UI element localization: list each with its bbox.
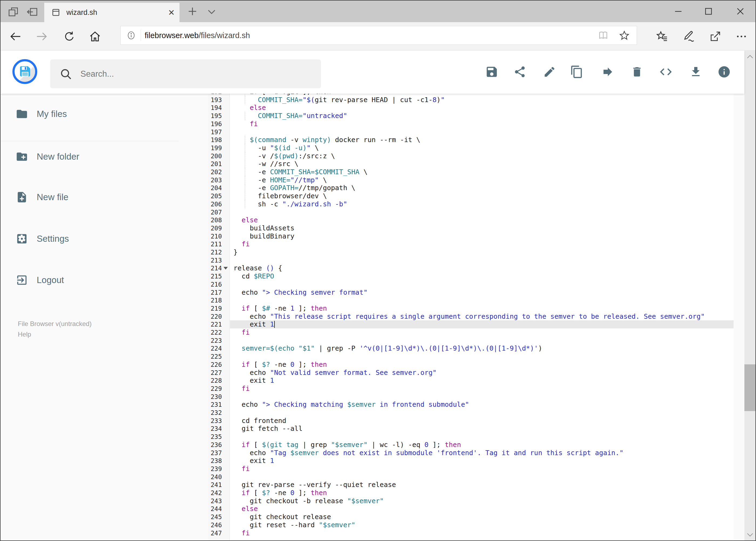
code-editor[interactable]: 192 if [ -d .git ]; then193 COMMIT_SHA="… xyxy=(208,94,734,541)
code-line-231[interactable]: 231 echo "> Checking matching $semver in… xyxy=(208,400,734,409)
favorite-star-icon[interactable] xyxy=(619,30,630,41)
code-line-226[interactable]: 226 if [ $? -ne 0 ]; then xyxy=(208,360,734,369)
hub-favorites-icon[interactable] xyxy=(656,30,668,43)
code-line-210[interactable]: 210 buildBinary xyxy=(208,232,734,241)
move-arrow-icon[interactable] xyxy=(601,65,615,79)
code-icon[interactable] xyxy=(658,65,673,79)
sidebar-item-new-file[interactable]: New file xyxy=(1,184,179,210)
sidebar-item-my-files[interactable]: My files xyxy=(1,101,179,127)
tab-list-chevron-icon[interactable] xyxy=(205,7,219,16)
code-line-237[interactable]: 237 echo "Tag $semver does not exist in … xyxy=(208,449,734,457)
code-line-220[interactable]: 220 echo "This release script requires a… xyxy=(208,312,734,320)
sidebar-item-settings[interactable]: Settings xyxy=(1,226,179,252)
active-tab[interactable]: wizard.sh ✕ xyxy=(44,3,179,22)
share-icon[interactable] xyxy=(709,30,721,43)
reading-view-icon[interactable] xyxy=(598,30,609,41)
code-line-244[interactable]: 244 else xyxy=(208,505,734,513)
code-line-202[interactable]: 202 -e COMMIT_SHA=$COMMIT_SHA \ xyxy=(208,168,734,176)
refresh-icon[interactable] xyxy=(63,30,76,43)
code-line-205[interactable]: 205 filebrowser/dev \ xyxy=(208,192,734,200)
code-line-216[interactable]: 216 xyxy=(208,280,734,288)
code-line-217[interactable]: 217 echo "> Checking semver format" xyxy=(208,288,734,296)
code-line-207[interactable]: 207 xyxy=(208,208,734,216)
forward-icon[interactable] xyxy=(35,30,48,43)
sidebar-item-new-folder[interactable]: New folder xyxy=(1,144,179,170)
more-dots-icon[interactable] xyxy=(735,30,748,43)
code-line-239[interactable]: 239 fi xyxy=(208,465,734,473)
code-line-243[interactable]: 243 git checkout -b release "$semver" xyxy=(208,497,734,505)
code-line-228[interactable]: 228 exit 1 xyxy=(208,376,734,385)
code-line-215[interactable]: 215 cd $REPO xyxy=(208,272,734,280)
url-text[interactable]: filebrowser.web/files/wizard.sh xyxy=(145,31,250,40)
minimize-button[interactable] xyxy=(665,1,692,22)
code-line-201[interactable]: 201 -w //src \ xyxy=(208,160,734,168)
code-line-222[interactable]: 222 fi xyxy=(208,328,734,336)
code-line-204[interactable]: 204 -e GOPATH=//tmp/gopath \ xyxy=(208,184,734,192)
code-line-229[interactable]: 229 fi xyxy=(208,385,734,393)
code-line-234[interactable]: 234 git fetch --all xyxy=(208,425,734,433)
code-line-221[interactable]: 221 exit 1 xyxy=(208,320,734,328)
address-bar[interactable]: filebrowser.web/files/wizard.sh xyxy=(121,26,637,45)
code-line-218[interactable]: 218 xyxy=(208,296,734,304)
code-line-247[interactable]: 247 fi xyxy=(208,529,734,537)
scroll-up-icon[interactable] xyxy=(744,51,755,62)
code-line-193[interactable]: 193 COMMIT_SHA="$(git rev-parse HEAD | c… xyxy=(208,96,734,104)
code-line-203[interactable]: 203 -e HOME="//tmp" \ xyxy=(208,176,734,184)
code-line-213[interactable]: 213 xyxy=(208,256,734,265)
close-window-button[interactable] xyxy=(727,1,754,22)
maximize-button[interactable] xyxy=(695,1,722,22)
download-icon[interactable] xyxy=(688,65,703,79)
scrollbar-thumb[interactable] xyxy=(744,364,755,411)
code-line-242[interactable]: 242 if [ $? -ne 0 ]; then xyxy=(208,489,734,497)
code-line-196[interactable]: 196 fi xyxy=(208,120,734,128)
code-line-223[interactable]: 223 xyxy=(208,336,734,345)
back-icon[interactable] xyxy=(9,30,22,43)
set-tabs-aside-icon[interactable] xyxy=(26,6,38,18)
floppy-disk-logo[interactable] xyxy=(12,59,37,84)
code-line-197[interactable]: 197 xyxy=(208,128,734,136)
code-line-240[interactable]: 240 xyxy=(208,473,734,481)
code-line-206[interactable]: 206 sh -c "./wizard.sh -b" xyxy=(208,200,734,208)
code-line-194[interactable]: 194 else xyxy=(208,104,734,112)
code-line-230[interactable]: 230 xyxy=(208,393,734,401)
code-line-224[interactable]: 224 semver=$(echo "$1" | grep -P '^v(0|[… xyxy=(208,344,734,352)
code-line-200[interactable]: 200 -v /$(pwd):/src:z \ xyxy=(208,152,734,160)
code-line-238[interactable]: 238 exit 1 xyxy=(208,457,734,465)
home-icon[interactable] xyxy=(89,30,101,43)
page-scrollbar[interactable] xyxy=(744,51,755,541)
edit-pencil-icon[interactable] xyxy=(542,65,557,79)
code-line-236[interactable]: 236 if [ $(git tag | grep "$semver" | wc… xyxy=(208,441,734,449)
scroll-down-icon[interactable] xyxy=(744,529,755,540)
search-input[interactable]: Search... xyxy=(50,59,321,88)
web-note-pen-icon[interactable] xyxy=(683,30,695,43)
code-line-232[interactable]: 232 xyxy=(208,409,734,417)
page-info-icon[interactable] xyxy=(126,31,136,40)
code-line-227[interactable]: 227 echo "Not valid semver format. See s… xyxy=(208,369,734,377)
info-icon[interactable] xyxy=(717,65,731,79)
tab-preview-icon[interactable] xyxy=(8,6,19,18)
code-line-199[interactable]: 199 -u "$(id -u)" \ xyxy=(208,144,734,152)
code-line-235[interactable]: 235 xyxy=(208,433,734,441)
new-tab-icon[interactable] xyxy=(185,5,200,17)
code-line-219[interactable]: 219 if [ $# -ne 1 ]; then xyxy=(208,304,734,312)
trash-icon[interactable] xyxy=(630,65,644,79)
copy-icon[interactable] xyxy=(570,65,584,79)
help-link[interactable]: Help xyxy=(18,330,31,338)
code-line-233[interactable]: 233 cd frontend xyxy=(208,417,734,425)
code-line-209[interactable]: 209 buildAssets xyxy=(208,224,734,232)
tab-close-icon[interactable]: ✕ xyxy=(163,4,179,21)
code-line-195[interactable]: 195 COMMIT_SHA="untracked" xyxy=(208,112,734,120)
save-icon[interactable] xyxy=(484,65,499,79)
code-line-208[interactable]: 208 else xyxy=(208,216,734,224)
code-line-241[interactable]: 241 git rev-parse --verify --quiet relea… xyxy=(208,481,734,489)
sidebar-item-logout[interactable]: Logout xyxy=(1,267,179,293)
code-line-225[interactable]: 225 xyxy=(208,352,734,360)
code-line-245[interactable]: 245 git checkout release xyxy=(208,513,734,521)
code-line-246[interactable]: 246 git reset --hard "$semver" xyxy=(208,521,734,529)
fold-marker-icon[interactable] xyxy=(223,267,228,270)
code-line-212[interactable]: 212} xyxy=(208,248,734,256)
share-file-icon[interactable] xyxy=(513,65,527,79)
code-line-214[interactable]: 214release () { xyxy=(208,264,734,272)
code-line-211[interactable]: 211 fi xyxy=(208,240,734,248)
code-line-198[interactable]: 198 $(command -v winpty) docker run --rm… xyxy=(208,136,734,144)
